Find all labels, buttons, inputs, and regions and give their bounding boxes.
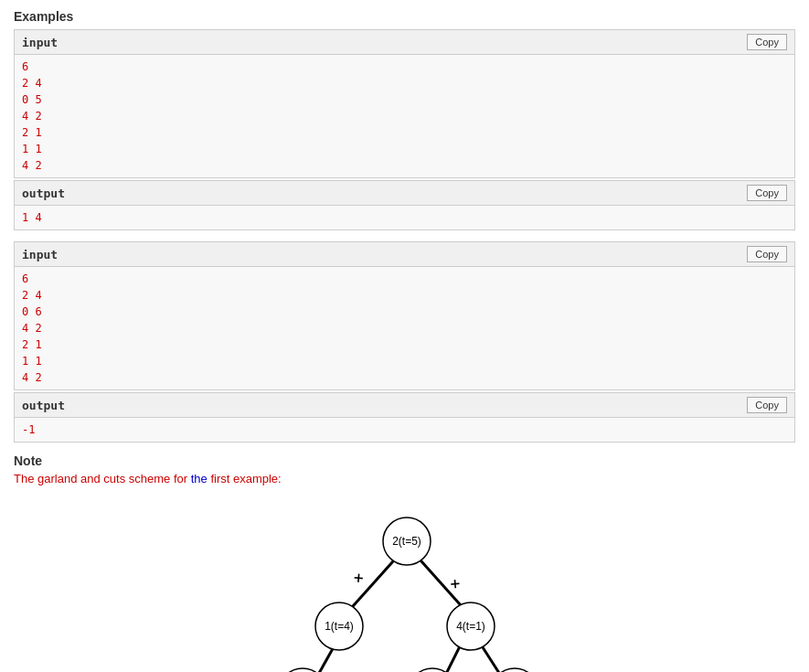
section-title: Examples [14, 9, 795, 24]
example-2-output-header: output Copy [15, 393, 794, 418]
tree-svg: ✕ ✕ 2(t=5) 1(t=4) 4(t=1) 5(t=1) 6(t= [222, 509, 588, 672]
svg-text:2(t=5): 2(t=5) [392, 535, 421, 548]
note-title: Note [14, 453, 795, 468]
example-2-input-copy-btn[interactable]: Copy [747, 246, 787, 262]
example-1-output-content: 1 4 [15, 206, 794, 229]
example-1: input Copy 6 2 4 0 5 4 2 2 1 1 1 4 2 out… [14, 29, 795, 230]
note-text: The garland and cuts scheme for the firs… [14, 472, 795, 485]
note-text-2: first example: [210, 472, 281, 485]
note-section: Note The garland and cuts scheme for the… [14, 453, 795, 485]
example-1-output-section: output Copy 1 4 [14, 180, 795, 230]
example-1-input-header: input Copy [15, 30, 794, 55]
example-2-input-content: 6 2 4 0 6 4 2 2 1 1 1 4 2 [15, 267, 794, 389]
svg-text:✕: ✕ [350, 571, 366, 586]
svg-line-0 [346, 553, 400, 614]
example-1-output-header: output Copy [15, 181, 794, 206]
example-1-output-label: output [22, 187, 65, 200]
example-1-input-label: input [22, 36, 58, 49]
example-1-input-copy-btn[interactable]: Copy [747, 34, 787, 50]
example-2-output-section: output Copy -1 [14, 392, 795, 443]
svg-text:✕: ✕ [447, 577, 463, 592]
example-1-input-section: input Copy 6 2 4 0 5 4 2 2 1 1 1 4 2 [14, 29, 795, 178]
example-1-input-content: 6 2 4 0 5 4 2 2 1 1 1 4 2 [15, 55, 794, 177]
example-2-output-content: -1 [15, 418, 794, 442]
svg-text:4(t=1): 4(t=1) [456, 620, 485, 633]
example-2-input-label: input [22, 248, 58, 261]
note-text-1: The garland and cuts scheme for [14, 472, 187, 485]
tree-diagram: ✕ ✕ 2(t=5) 1(t=4) 4(t=1) 5(t=1) 6(t= [14, 500, 795, 672]
example-2-output-label: output [22, 399, 65, 412]
example-2: input Copy 6 2 4 0 6 4 2 2 1 1 1 4 2 out… [14, 241, 795, 443]
example-2-input-section: input Copy 6 2 4 0 6 4 2 2 1 1 1 4 2 [14, 241, 795, 390]
note-text-blue: the [191, 472, 208, 485]
example-2-input-header: input Copy [15, 242, 794, 267]
example-2-output-copy-btn[interactable]: Copy [747, 397, 787, 413]
example-1-output-copy-btn[interactable]: Copy [747, 185, 787, 201]
svg-text:1(t=4): 1(t=4) [325, 620, 354, 633]
